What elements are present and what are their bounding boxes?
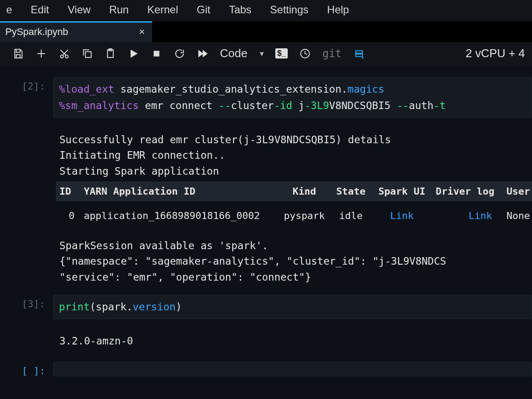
close-icon[interactable]: × [139, 26, 145, 38]
col-appid: YARN Application ID [84, 186, 279, 197]
code-token: auth [409, 100, 433, 111]
col-sparkui: Spark UI [372, 186, 432, 197]
menu-view[interactable]: View [68, 4, 91, 16]
compute-status[interactable]: 2 vCPU + 4 [466, 47, 525, 60]
code-token: . [126, 301, 133, 313]
menu-help[interactable]: Help [327, 4, 349, 16]
menu-run[interactable]: Run [109, 4, 129, 16]
code-token: -t [434, 100, 446, 111]
cell-output: Successfully read emr cluster(j-3L9V8NDC… [53, 127, 532, 181]
table-header-row: ID YARN Application ID Kind State Spark … [56, 181, 532, 201]
code-token: -3L9 [305, 100, 329, 111]
restart-icon[interactable] [174, 48, 185, 59]
driver-log-link[interactable]: Link [432, 210, 498, 221]
code-input[interactable]: print(spark.version) [53, 295, 532, 319]
menu-file-partial[interactable]: e [6, 4, 12, 16]
code-token: -- [397, 100, 409, 111]
menu-tabs[interactable]: Tabs [229, 4, 251, 16]
code-token: spark [96, 301, 126, 313]
code-token: ) [176, 301, 182, 313]
cluster-icon[interactable] [353, 48, 365, 59]
cell-id: 0 [59, 210, 84, 221]
col-driverlog: Driver log [432, 186, 498, 197]
code-token: print [59, 301, 90, 313]
code-token: cluster [231, 100, 274, 111]
cell-prompt: [2]: [0, 77, 53, 118]
chevron-down-icon: ▾ [260, 49, 264, 59]
run-icon[interactable] [128, 48, 139, 59]
cell-type-select[interactable]: Code ▾ [220, 47, 264, 60]
code-token: -id [274, 100, 298, 111]
tab-bar: PySpark.ipynb × [0, 21, 532, 42]
notebook-toolbar: Code ▾ $_ git 2 vCPU + 4 [0, 42, 532, 66]
cell-appid: application_1668989018166_0002 [84, 210, 279, 221]
clock-icon[interactable] [299, 48, 311, 59]
svg-rect-8 [356, 54, 362, 56]
col-kind: Kind [279, 186, 330, 197]
code-token: emr connect [145, 100, 219, 111]
code-input[interactable]: %load_ext sagemaker_studio_analytics_ext… [53, 77, 532, 118]
table-row: 0 application_1668989018166_0002 pyspark… [56, 201, 532, 230]
copy-icon[interactable] [82, 48, 93, 59]
code-cell[interactable]: [3]: print(spark.version) [0, 287, 532, 328]
fast-forward-icon[interactable] [197, 48, 208, 59]
menu-edit[interactable]: Edit [31, 4, 49, 16]
svg-rect-2 [86, 51, 91, 57]
cell-output: 3.2.0-amzn-0 [53, 328, 532, 351]
cell-state: idle [330, 210, 372, 221]
terminal-icon[interactable]: $_ [275, 48, 288, 59]
spark-ui-link[interactable]: Link [372, 210, 432, 221]
code-token: %load_ext [59, 83, 120, 95]
cell-prompt: [3]: [0, 295, 53, 319]
menu-kernel[interactable]: Kernel [147, 4, 178, 16]
svg-rect-7 [356, 51, 362, 53]
cell-user: None [498, 210, 532, 221]
code-token: %sm_analytics [59, 100, 145, 111]
code-token: V8NDCSQBI5 [329, 100, 396, 111]
code-token: j [298, 100, 305, 111]
menu-git[interactable]: Git [197, 4, 211, 16]
cell-output: SparkSession available as 'spark'. {"nam… [53, 230, 532, 287]
code-input[interactable] [53, 362, 532, 376]
save-icon[interactable] [12, 48, 24, 59]
tab-active[interactable]: PySpark.ipynb × [0, 21, 152, 42]
code-token: -- [219, 100, 231, 111]
menu-settings[interactable]: Settings [270, 4, 309, 16]
svg-point-1 [65, 55, 68, 58]
code-token: ( [90, 301, 96, 313]
stop-icon[interactable] [151, 48, 162, 59]
col-user: User [498, 186, 532, 197]
paste-icon[interactable] [105, 48, 116, 59]
notebook-area: [2]: %load_ext sagemaker_studio_analytic… [0, 66, 532, 385]
tab-title: PySpark.ipynb [5, 26, 68, 38]
svg-point-0 [60, 55, 63, 58]
git-label[interactable]: git [322, 47, 341, 60]
spark-app-table: ID YARN Application ID Kind State Spark … [53, 181, 532, 230]
code-token: magics [348, 83, 384, 95]
code-token: version [133, 301, 176, 313]
code-cell[interactable]: [2]: %load_ext sagemaker_studio_analytic… [0, 75, 532, 127]
cell-prompt: [ ]: [0, 362, 53, 376]
menu-bar: e Edit View Run Kernel Git Tabs Settings… [0, 0, 532, 21]
col-state: State [330, 186, 372, 197]
code-cell[interactable]: [ ]: [0, 351, 532, 385]
svg-rect-5 [154, 51, 159, 56]
cell-type-label: Code [220, 47, 247, 60]
add-cell-icon[interactable] [35, 48, 47, 59]
cut-icon[interactable] [59, 48, 70, 59]
cell-kind: pyspark [279, 210, 330, 221]
col-id: ID [59, 186, 84, 197]
code-token: sagemaker_studio_analytics_extension. [120, 83, 347, 95]
